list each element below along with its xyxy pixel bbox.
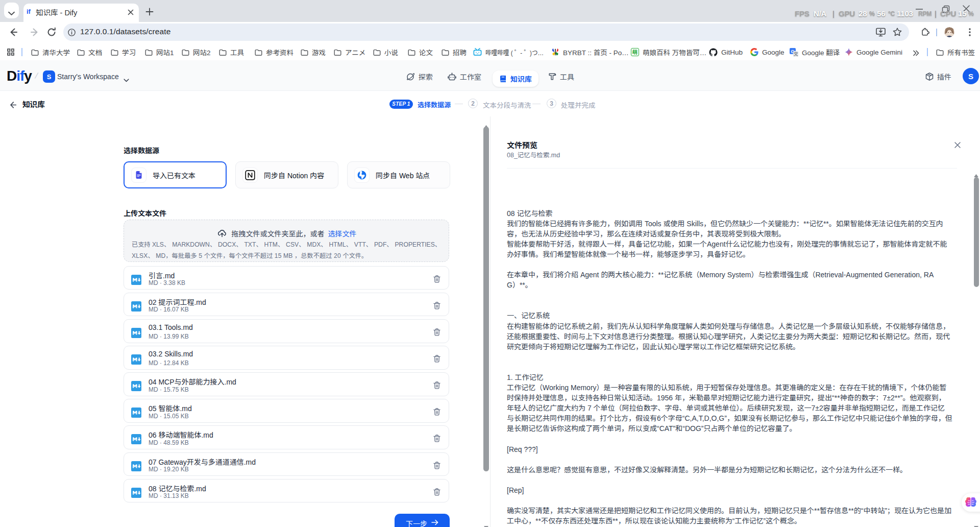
svg-text:文: 文 [793,50,798,56]
